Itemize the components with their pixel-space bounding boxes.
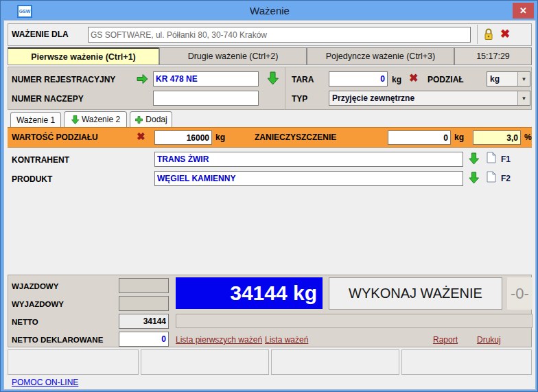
clear-header-icon[interactable]: ✖: [500, 28, 510, 40]
numer-rejestracyjny-input[interactable]: [153, 71, 259, 87]
subtab-wazenie-2[interactable]: Ważenie 2: [64, 111, 127, 127]
numer-rejestracyjny-label: NUMER REJESTRACYJNY: [12, 75, 115, 84]
title-bar[interactable]: GSW Ważenie ✕: [1, 1, 538, 20]
header-divider: [477, 25, 478, 44]
wjazdowy-label: WJAZDOWY: [12, 282, 58, 290]
drukuj-link[interactable]: Drukuj: [477, 335, 501, 345]
arrow-right-icon: [135, 73, 149, 85]
registration-dropdown-icon[interactable]: [266, 71, 279, 86]
wyjazdowy-label: WYJAZDOWY: [12, 300, 64, 308]
bottom-panel-4: [401, 349, 532, 375]
typ-label: TYP: [292, 94, 307, 104]
percent-unit: %: [524, 132, 532, 142]
produkt-dropdown-icon[interactable]: [468, 170, 480, 185]
typ-select[interactable]: Przyjęcie zewnętrzne ▼: [329, 91, 530, 106]
kontrahent-fkey: F1: [501, 154, 511, 164]
lock-icon[interactable]: [483, 27, 494, 41]
subtab-wazenie-1[interactable]: Ważenie 1: [10, 112, 61, 127]
wykonaj-wazenie-button[interactable]: WYKONAJ WAŻENIE: [329, 277, 502, 310]
wazenie-dla-label: WAŻENIE DLA: [12, 30, 69, 39]
podzial-label: PODZIAŁ: [428, 75, 464, 84]
kontrahent-dropdown-icon[interactable]: [468, 151, 480, 166]
clock-display: 15:17:29: [454, 47, 532, 65]
green-plus-icon: [134, 115, 143, 124]
bottom-panel-1: [8, 349, 139, 375]
wazenie-dla-input[interactable]: [88, 27, 471, 43]
tab-pojedyncze-wazenie[interactable]: Pojedyncze ważenie (Ctrl+3): [307, 47, 454, 65]
typ-value: Przyjęcie zewnętrzne: [329, 93, 517, 103]
netto-deklarowane-input[interactable]: [119, 332, 169, 347]
subtab-wazenie-1-label: Ważenie 1: [16, 115, 55, 125]
podzial-select[interactable]: kg ▼: [487, 71, 530, 87]
kontrahent-label: KONTRAHENT: [12, 155, 69, 165]
wartosc-podzialu-input[interactable]: [154, 130, 212, 145]
wartosc-podzialu-label: WARTOŚĆ PODZIAŁU: [12, 132, 98, 142]
tara-unit: kg: [392, 75, 401, 84]
numer-naczepy-label: NUMER NACZEPY: [12, 94, 84, 104]
podzial-value: kg: [487, 74, 517, 84]
numer-naczepy-input[interactable]: [153, 91, 259, 106]
produkt-input[interactable]: [154, 171, 463, 186]
zero-button[interactable]: -0-: [507, 277, 533, 310]
window-title: Ważenie: [1, 5, 538, 16]
division-unit: kg: [215, 132, 225, 142]
subtab-dodaj[interactable]: Dodaj: [130, 111, 172, 127]
pomoc-online-link[interactable]: POMOC ON-LINE: [12, 378, 78, 387]
close-button[interactable]: ✕: [513, 3, 534, 19]
produkt-fkey: F2: [501, 174, 511, 183]
wjazdowy-input: [119, 278, 169, 293]
raport-link[interactable]: Raport: [433, 335, 458, 345]
panel-divider: [285, 67, 285, 109]
produkt-label: PRODUKT: [12, 174, 52, 184]
chevron-down-icon: ▼: [517, 72, 530, 86]
netto-label: NETTO: [12, 318, 38, 326]
chevron-down-icon: ▼: [517, 91, 530, 105]
lista-pierwszych-wazen-link[interactable]: Lista pierwszych ważeń: [176, 335, 262, 345]
bottom-panel-3: [271, 349, 399, 375]
kontrahent-input[interactable]: [154, 152, 463, 167]
bottom-panel-2: [141, 349, 269, 375]
produkt-document-icon[interactable]: [487, 171, 496, 183]
lista-wazen-link[interactable]: Lista ważeń: [265, 335, 308, 345]
clear-tara-icon[interactable]: ✖: [409, 73, 418, 84]
weight-display: 34144 kg: [176, 277, 323, 309]
subtab-dodaj-label: Dodaj: [145, 115, 167, 124]
tab-pierwsze-wazenie[interactable]: Pierwsze ważenie (Ctrl+1): [8, 47, 159, 65]
status-bar: [176, 314, 533, 328]
clear-division-icon[interactable]: ✖: [137, 131, 145, 141]
zanieczyszczenie-label: ZANIECZYSZCZENIE: [255, 132, 336, 142]
kontrahent-document-icon[interactable]: [487, 152, 496, 163]
green-down-arrow-icon: [71, 115, 80, 125]
wyjazdowy-input: [119, 296, 169, 311]
tab-drugie-wazenie[interactable]: Drugie ważenie (Ctrl+2): [159, 47, 307, 65]
subtab-wazenie-2-label: Ważenie 2: [82, 115, 120, 124]
netto-deklarowane-label: NETTO DEKLAROWANE: [12, 336, 103, 344]
app-window: GSW Ważenie ✕ WAŻENIE DLA ✖ Pierwsze waż…: [0, 0, 538, 392]
zanieczyszczenie-input[interactable]: [388, 130, 451, 145]
zanieczyszczenie-unit: kg: [454, 132, 464, 142]
tara-input[interactable]: [329, 71, 388, 87]
netto-input: [119, 314, 169, 329]
percent-input[interactable]: [473, 130, 521, 145]
tara-label: TARA: [292, 75, 314, 84]
